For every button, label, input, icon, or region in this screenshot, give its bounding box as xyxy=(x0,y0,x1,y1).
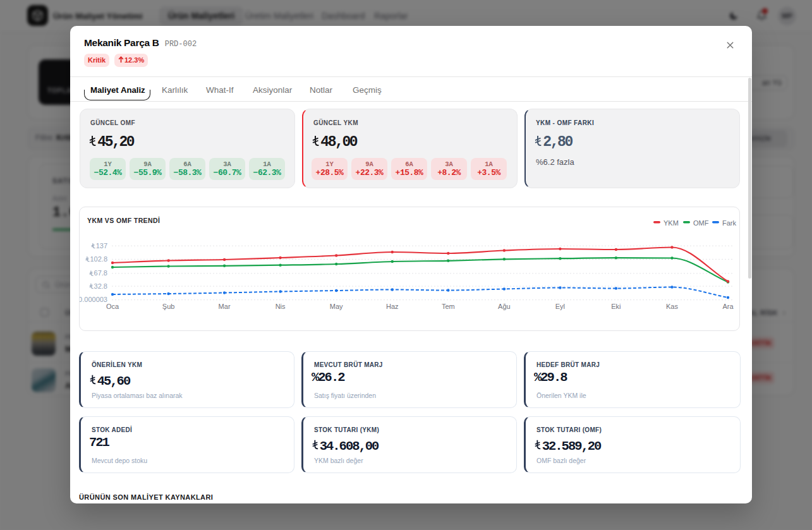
svg-text:Nis: Nis xyxy=(276,303,286,310)
svg-text:67.8: 67.8 xyxy=(94,269,107,277)
svg-text:Kas: Kas xyxy=(666,303,678,310)
svg-text:Tem: Tem xyxy=(442,303,455,310)
svg-text:137: 137 xyxy=(96,242,107,250)
svg-text:Eyl: Eyl xyxy=(555,303,565,310)
svg-text:Ağu: Ağu xyxy=(498,303,511,310)
svg-text:Şub: Şub xyxy=(162,303,175,310)
svg-text:Oca: Oca xyxy=(106,303,119,310)
svg-text:102.8: 102.8 xyxy=(90,255,107,263)
svg-text:32.8: 32.8 xyxy=(94,282,107,290)
svg-text:Eki: Eki xyxy=(611,303,621,310)
svg-text:Fark: Fark xyxy=(722,219,737,227)
svg-text:0.000003: 0.000003 xyxy=(80,296,107,303)
svg-text:OMF: OMF xyxy=(693,219,709,227)
svg-text:Mar: Mar xyxy=(219,303,231,310)
svg-text:Ara: Ara xyxy=(722,303,734,310)
svg-text:May: May xyxy=(330,303,343,310)
svg-text:Haz: Haz xyxy=(386,303,399,310)
svg-text:YKM: YKM xyxy=(664,219,679,227)
